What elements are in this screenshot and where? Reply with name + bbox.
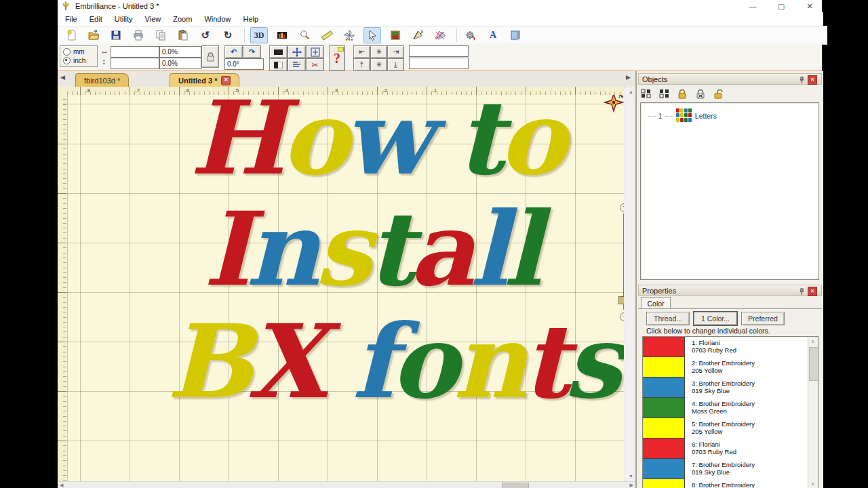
- object-properties-icon[interactable]: [387, 28, 403, 43]
- fit-hoop-button[interactable]: [306, 45, 324, 58]
- object-item-letters[interactable]: 1 Letters: [641, 103, 818, 123]
- height-percent-input[interactable]: 0.0%: [159, 58, 201, 69]
- align-right-button[interactable]: ⇥: [387, 45, 404, 58]
- design-canvas[interactable]: How to Install BX fonts N + −: [66, 95, 624, 481]
- tab-untitled-3[interactable]: Untitled 3 *✕: [170, 73, 239, 87]
- tab-color[interactable]: Color: [641, 297, 671, 309]
- panel-close-icon[interactable]: ✕: [808, 287, 817, 296]
- menu-file[interactable]: File: [59, 12, 83, 26]
- color-row[interactable]: 3: Brother Embroidery019 Sky Blue: [643, 378, 818, 398]
- horizontal-scrollbar[interactable]: ◀ ▶: [58, 481, 635, 488]
- stitch-order-button[interactable]: [288, 58, 306, 71]
- help-button[interactable]: ?: [329, 45, 345, 71]
- undo-icon[interactable]: ↺: [197, 28, 214, 43]
- embroidery-line-2[interactable]: Install: [203, 198, 537, 300]
- rotate-cw-button[interactable]: ↷: [243, 45, 261, 58]
- thread-button[interactable]: Thread...: [646, 312, 690, 325]
- menu-utility[interactable]: Utility: [108, 12, 139, 26]
- pos-x-input[interactable]: [409, 45, 469, 57]
- reflect-design-icon[interactable]: [410, 28, 426, 43]
- ungroup-icon[interactable]: [658, 88, 670, 99]
- open-file-icon[interactable]: [85, 28, 102, 43]
- scroll-right-icon[interactable]: ▶: [630, 483, 633, 488]
- pin-icon[interactable]: [798, 288, 806, 296]
- color-row[interactable]: 4: Brother EmbroideryMoss Green: [643, 398, 818, 418]
- pos-y-input[interactable]: [409, 58, 469, 69]
- unit-mm-option[interactable]: mm: [63, 47, 94, 56]
- color-row[interactable]: 6: Floriani0703 Ruby Red: [643, 439, 818, 459]
- thread-colors-icon[interactable]: [274, 28, 290, 43]
- align-bottom-button[interactable]: ⤓: [387, 58, 404, 71]
- new-file-icon[interactable]: [63, 28, 79, 43]
- rotate-ccw-button[interactable]: ↶: [224, 45, 243, 58]
- color-row[interactable]: 7: Brother Embroidery019 Sky Blue: [643, 459, 818, 479]
- stitch-settings-icon[interactable]: [462, 28, 479, 43]
- zoom-in-icon[interactable]: +: [620, 203, 624, 212]
- color-row[interactable]: 1: Floriani0703 Ruby Red: [643, 337, 818, 357]
- zoom-slider-track[interactable]: [623, 214, 624, 310]
- menu-edit[interactable]: Edit: [83, 12, 108, 26]
- panel-close-icon[interactable]: ✕: [808, 75, 817, 85]
- copy-icon[interactable]: [153, 28, 169, 43]
- rotation-input[interactable]: 0.0°: [224, 58, 264, 70]
- scroll-up-icon[interactable]: ∧: [811, 339, 814, 344]
- measure-icon[interactable]: [319, 28, 335, 43]
- group-icon[interactable]: [639, 88, 652, 99]
- scroll-left-icon[interactable]: ◀: [60, 483, 63, 488]
- zoom-tool-icon[interactable]: [296, 28, 313, 43]
- maximize-button[interactable]: ▢: [774, 1, 788, 12]
- color-list[interactable]: 1: Floriani0703 Ruby Red2: Brother Embro…: [642, 336, 818, 488]
- height-input[interactable]: [111, 58, 159, 69]
- tab-scroll-left-icon[interactable]: ◀: [60, 74, 65, 81]
- contrast-view-button[interactable]: [269, 58, 288, 71]
- color-row[interactable]: 2: Brother Embroidery205 Yellow: [643, 357, 818, 378]
- stitch-simulator-icon[interactable]: [341, 28, 357, 43]
- 3d-view-button[interactable]: 3D: [250, 27, 268, 43]
- scrollbar-thumb[interactable]: [502, 483, 529, 488]
- merge-design-icon[interactable]: [432, 28, 448, 43]
- vertical-scrollbar[interactable]: ▲ ▼: [625, 87, 636, 481]
- merge-file-icon[interactable]: [507, 28, 524, 43]
- unlock-icon[interactable]: [713, 88, 725, 99]
- color-swatch[interactable]: [643, 337, 685, 357]
- width-input[interactable]: [111, 46, 159, 58]
- color-swatch[interactable]: [643, 479, 685, 488]
- align-top-button[interactable]: ⤒: [353, 58, 370, 71]
- width-percent-input[interactable]: 0.0%: [159, 46, 201, 58]
- lettering-icon[interactable]: A: [485, 28, 501, 43]
- close-button[interactable]: ✕: [803, 1, 816, 12]
- lock-aspect-button[interactable]: [201, 45, 219, 68]
- color-swatch[interactable]: [643, 357, 685, 378]
- embroidery-line-3[interactable]: BX fonts: [167, 310, 616, 412]
- tab-close-icon[interactable]: ✕: [221, 76, 231, 85]
- align-center-v-button[interactable]: ✳: [370, 58, 387, 71]
- menu-zoom[interactable]: Zoom: [167, 12, 198, 26]
- align-left-button[interactable]: ⇤: [353, 45, 370, 58]
- objects-list[interactable]: 1 Letters: [640, 102, 819, 280]
- scroll-down-icon[interactable]: ▼: [629, 474, 633, 479]
- lock-icon[interactable]: [676, 88, 688, 99]
- redo-icon[interactable]: ↻: [220, 28, 236, 43]
- color-swatch[interactable]: [643, 439, 685, 459]
- embroidery-line-1[interactable]: How to: [190, 95, 561, 188]
- scroll-down-icon[interactable]: ∨: [811, 481, 814, 487]
- one-color-button[interactable]: 1 Color...: [694, 312, 737, 325]
- compass-icon[interactable]: N: [604, 95, 624, 115]
- pin-icon[interactable]: [798, 77, 806, 84]
- align-center-h-button[interactable]: ✳: [370, 45, 387, 58]
- tab-scroll-right-icon[interactable]: ▶: [626, 74, 631, 81]
- color-row[interactable]: 8: Brother Embroidery: [643, 479, 818, 488]
- preferred-button[interactable]: Preferred: [741, 312, 785, 325]
- scroll-up-icon[interactable]: ▲: [629, 89, 633, 94]
- scrollbar-thumb[interactable]: [809, 347, 818, 381]
- tab-fbird103d[interactable]: fbird103d *: [75, 73, 129, 87]
- color-list-scrollbar[interactable]: ∧ ∨: [808, 337, 818, 488]
- menu-help[interactable]: Help: [237, 12, 265, 26]
- hoop-view-button[interactable]: [269, 45, 288, 58]
- menu-view[interactable]: View: [139, 12, 167, 26]
- color-swatch[interactable]: [643, 398, 685, 418]
- minimize-button[interactable]: —: [746, 1, 760, 12]
- paste-icon[interactable]: [175, 28, 191, 43]
- trim-button[interactable]: ✂: [306, 58, 324, 71]
- color-swatch[interactable]: [643, 418, 685, 439]
